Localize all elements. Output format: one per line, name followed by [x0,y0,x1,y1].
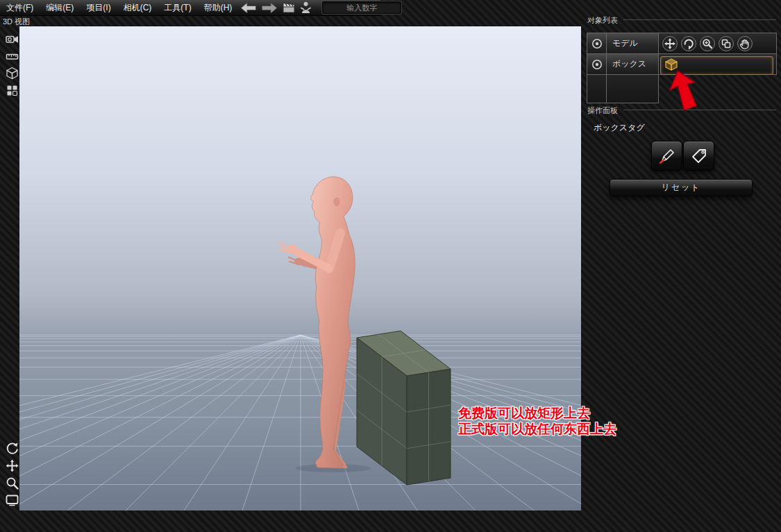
viewport-label: 3D 视图 [3,17,30,27]
pan-icon[interactable] [4,458,19,473]
orbit-icon[interactable] [4,440,19,456]
object-list-divider [623,19,776,20]
move-icon[interactable] [662,35,678,52]
frame-icon[interactable] [4,492,19,507]
operation-panel-header: 操作面板 [587,105,618,116]
back-icon[interactable] [240,2,257,14]
paint-tag-button[interactable] [651,141,682,171]
number-input[interactable] [322,1,401,14]
eye-icon [591,59,603,70]
viewport-canvas[interactable] [19,26,581,510]
rotate-icon[interactable] [680,35,697,52]
menu-help[interactable]: 帮助(H) [198,0,239,15]
menu-edit[interactable]: 编辑(E) [40,0,80,15]
empty-row-cell [587,75,607,103]
tag-button[interactable] [683,141,714,171]
tag-icon [690,147,708,165]
blocks-icon[interactable] [4,83,19,98]
menubar: 文件(F) 编辑(E) 项目(I) 相机(C) 工具(T) 帮助(H) [0,0,380,16]
forward-icon[interactable] [261,2,278,14]
annotation-text: 免费版可以放矩形上去 正式版可以放任何东西上去 [458,405,616,437]
reset-button[interactable]: リセット [610,179,753,196]
zoom-icon[interactable] [699,35,716,52]
eye-icon [591,38,603,49]
menu-file[interactable]: 文件(F) [0,0,40,15]
menu-tools[interactable]: 工具(T) [158,0,197,15]
red-arrow-pointer [664,69,708,113]
clapperboard-icon[interactable] [282,1,296,14]
box-tag-label: ボックスタグ [594,122,645,134]
empty-row-cell [607,75,659,103]
menu-project[interactable]: 项目(I) [80,0,117,15]
menu-camera[interactable]: 相机(C) [117,0,158,15]
camera-icon[interactable] [4,31,19,46]
visibility-toggle-box[interactable] [587,54,607,75]
mannequin-icon[interactable] [300,1,312,14]
object-list-header: 对象列表 [587,15,618,26]
model-tools-cell [659,33,777,54]
object-row-model[interactable]: モデル [607,33,659,54]
ruler-icon[interactable] [4,49,19,64]
hand-icon[interactable] [737,35,753,52]
pen-icon [658,147,676,165]
cube-icon[interactable] [4,65,19,80]
zoom-tool-icon[interactable] [4,475,19,490]
annotation-line-2: 正式版可以放任何东西上去 [458,421,616,437]
annotation-line-1: 免费版可以放矩形上去 [458,405,616,421]
object-row-box[interactable]: ボックス [607,54,659,75]
viewport-3d[interactable] [19,26,581,510]
app-window: 文件(F) 编辑(E) 项目(I) 相机(C) 工具(T) 帮助(H) 3D 视… [0,0,781,532]
visibility-toggle-model[interactable] [587,33,607,54]
duplicate-icon[interactable] [718,35,734,52]
